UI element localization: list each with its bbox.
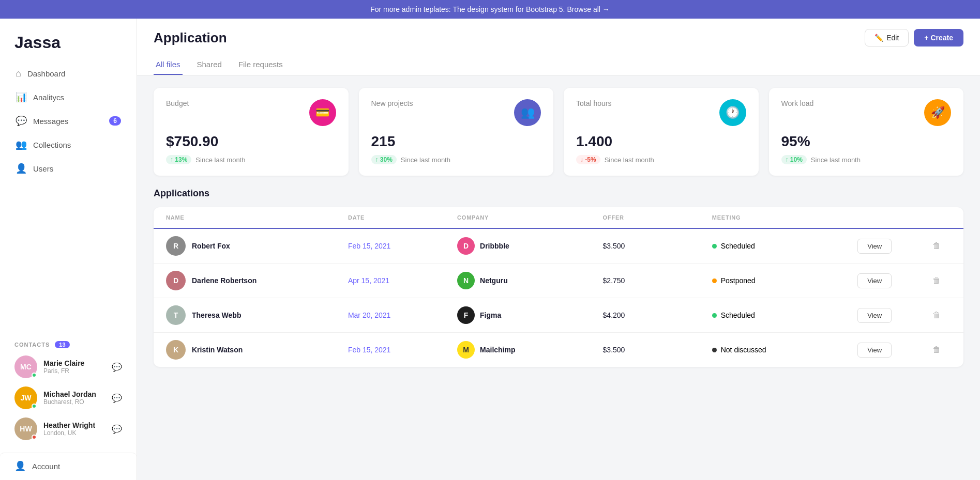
sidebar-item-dashboard[interactable]: ⌂ Dashboard xyxy=(8,63,128,85)
col-header-3: OFFER xyxy=(603,214,712,221)
contact-name-0: Marie Claire xyxy=(43,359,112,367)
stat-change-work-load: ↑ 10% xyxy=(781,155,807,164)
view-button-3[interactable]: View xyxy=(857,343,892,358)
header-actions: ✏️ Edit + Create xyxy=(865,29,963,47)
person-cell-0: R Robert Fox xyxy=(166,236,348,256)
view-button-0[interactable]: View xyxy=(857,239,892,254)
company-logo-0: D xyxy=(457,237,475,255)
stat-footer-new-projects: ↑ 30% Since last month xyxy=(371,155,541,164)
sidebar-item-users[interactable]: 👤 Users xyxy=(8,157,128,180)
sidebar: Jassa ⌂ Dashboard 📊 Analitycs 💬 Messages… xyxy=(0,19,137,480)
delete-cell-0: 🗑 xyxy=(930,239,951,253)
tab-shared[interactable]: Shared xyxy=(195,55,224,75)
sidebar-item-collections-label: Collections xyxy=(33,141,71,149)
create-button[interactable]: + Create xyxy=(914,29,963,47)
stat-label-work-load: Work load xyxy=(781,99,814,107)
row-actions-2: View xyxy=(857,308,930,323)
company-cell-2: F Figma xyxy=(457,306,603,324)
chat-icon-2[interactable]: 💬 xyxy=(112,424,122,434)
stat-label-budget: Budget xyxy=(166,99,189,107)
delete-button-1[interactable]: 🗑 xyxy=(930,274,943,287)
contacts-section: CONTACTS 13 MC Marie Claire Paris, FR 💬 … xyxy=(0,333,137,453)
chat-icon-0[interactable]: 💬 xyxy=(112,362,122,372)
meeting-status-3: Not discussed xyxy=(721,346,766,354)
person-avatar-0: R xyxy=(166,236,186,256)
contact-location-0: Paris, FR xyxy=(43,367,112,375)
table-row: K Kristin Watson Feb 15, 2021 M Mailchim… xyxy=(154,333,963,367)
dashboard-icon: ⌂ xyxy=(16,68,21,79)
chat-icon-1[interactable]: 💬 xyxy=(112,393,122,403)
date-cell-0: Feb 15, 2021 xyxy=(348,242,457,250)
stat-since-budget: Since last month xyxy=(195,156,245,164)
contacts-header: CONTACTS 13 xyxy=(14,341,122,348)
company-name-0: Dribbble xyxy=(480,242,509,250)
main-content: Application ✏️ Edit + Create All filesSh… xyxy=(137,19,980,480)
sidebar-item-analytics[interactable]: 📊 Analitycs xyxy=(8,86,128,109)
contact-item-1[interactable]: JW Michael Jordan Bucharest, RO 💬 xyxy=(14,386,122,409)
stat-icon-total-hours: 🕐 xyxy=(719,99,746,126)
meeting-cell-3: Not discussed xyxy=(712,346,858,354)
table-header: NAMEDATECOMPANYOFFERMEETING xyxy=(154,207,963,229)
sidebar-item-account-label: Account xyxy=(32,462,60,471)
stat-card-work-load: Work load 🚀 95% ↑ 10% Since last month xyxy=(769,88,964,176)
contact-item-0[interactable]: MC Marie Claire Paris, FR 💬 xyxy=(14,355,122,378)
offer-cell-0: $3.500 xyxy=(603,242,712,250)
meeting-status-1: Postponed xyxy=(721,276,756,285)
main-header: Application ✏️ Edit + Create All filesSh… xyxy=(137,19,980,75)
delete-button-2[interactable]: 🗑 xyxy=(930,308,943,322)
company-cell-3: M Mailchimp xyxy=(457,341,603,359)
sidebar-item-collections[interactable]: 👥 Collections xyxy=(8,133,128,156)
person-avatar-1: D xyxy=(166,271,186,290)
tab-all-files[interactable]: All files xyxy=(154,55,183,75)
contact-location-1: Bucharest, RO xyxy=(43,398,112,406)
person-name-1: Darlene Robertson xyxy=(192,276,257,285)
applications-section: Applications NAMEDATECOMPANYOFFERMEETING… xyxy=(137,188,980,383)
meeting-dot-0 xyxy=(712,244,717,249)
person-cell-2: T Theresa Webb xyxy=(166,305,348,325)
sidebar-item-analytics-label: Analitycs xyxy=(33,93,64,102)
col-header-5 xyxy=(857,214,930,221)
edit-icon: ✏️ xyxy=(875,34,883,42)
stat-change-budget: ↑ 13% xyxy=(166,155,191,164)
meeting-cell-2: Scheduled xyxy=(712,311,858,319)
stat-icon-new-projects: 👥 xyxy=(514,99,541,126)
meeting-status-0: Scheduled xyxy=(721,242,755,250)
edit-button[interactable]: ✏️ Edit xyxy=(865,29,909,47)
table-row: T Theresa Webb Mar 20, 2021 F Figma $4.2… xyxy=(154,298,963,333)
stat-card-total-hours: Total hours 🕐 1.400 ↓ -5% Since last mon… xyxy=(564,88,759,176)
contacts-count: 13 xyxy=(55,341,69,348)
view-button-2[interactable]: View xyxy=(857,308,892,323)
contact-item-2[interactable]: HW Heather Wright London, UK 💬 xyxy=(14,417,122,440)
date-cell-1: Apr 15, 2021 xyxy=(348,276,457,285)
person-avatar-3: K xyxy=(166,340,186,360)
stat-value-budget: $750.90 xyxy=(166,133,336,150)
delete-cell-2: 🗑 xyxy=(930,308,951,322)
date-cell-3: Feb 15, 2021 xyxy=(348,346,457,354)
status-dot-0 xyxy=(32,373,37,378)
stat-value-total-hours: 1.400 xyxy=(576,133,746,150)
sidebar-item-account[interactable]: 👤 Account xyxy=(0,453,137,479)
meeting-cell-0: Scheduled xyxy=(712,242,858,250)
stat-icon-work-load: 🚀 xyxy=(924,99,951,126)
row-actions-1: View xyxy=(857,273,930,288)
meeting-dot-1 xyxy=(712,278,717,283)
company-logo-1: N xyxy=(457,272,475,289)
tabs: All filesSharedFile requests xyxy=(154,55,963,75)
row-actions-3: View xyxy=(857,343,930,358)
sidebar-item-messages[interactable]: 💬 Messages 6 xyxy=(8,110,128,132)
stat-footer-work-load: ↑ 10% Since last month xyxy=(781,155,952,164)
delete-button-3[interactable]: 🗑 xyxy=(930,343,943,357)
stat-label-new-projects: New projects xyxy=(371,99,413,107)
applications-table: NAMEDATECOMPANYOFFERMEETING R Robert Fox… xyxy=(154,207,963,367)
view-button-1[interactable]: View xyxy=(857,273,892,288)
sidebar-item-messages-label: Messages xyxy=(33,117,68,126)
tab-file-requests[interactable]: File requests xyxy=(236,55,285,75)
table-body: R Robert Fox Feb 15, 2021 D Dribbble $3.… xyxy=(154,229,963,367)
delete-button-0[interactable]: 🗑 xyxy=(930,239,943,253)
users-icon: 👤 xyxy=(16,163,27,174)
messages-badge: 6 xyxy=(109,116,121,126)
person-name-3: Kristin Watson xyxy=(192,346,243,354)
meeting-status-2: Scheduled xyxy=(721,311,755,319)
person-avatar-2: T xyxy=(166,305,186,325)
sidebar-item-dashboard-label: Dashboard xyxy=(27,69,65,78)
